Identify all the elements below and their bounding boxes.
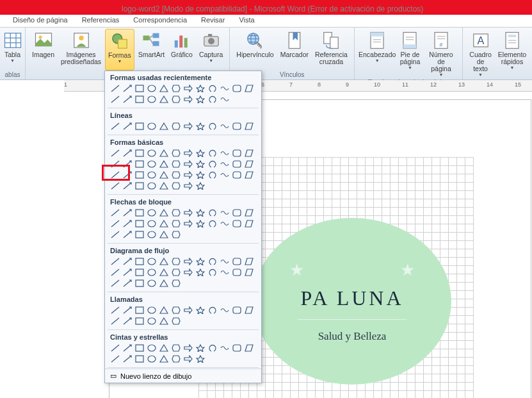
picture-button[interactable]: Imagen (29, 29, 57, 70)
tab-mailings[interactable]: Correspondencia (127, 15, 193, 27)
flow-shape-7[interactable] (194, 256, 206, 267)
flow-shape-9[interactable] (218, 256, 230, 267)
line-shape-2[interactable] (133, 120, 145, 131)
flow-shape-3[interactable] (145, 256, 157, 267)
recent-shape-8[interactable] (206, 83, 218, 94)
arrow-shape-15[interactable] (145, 218, 157, 229)
star-shape-17[interactable] (170, 353, 182, 364)
chart-button[interactable]: Gráfico (168, 29, 195, 70)
recent-shape-2[interactable] (133, 83, 145, 94)
star-shape-18[interactable] (182, 353, 194, 364)
arrow-shape-19[interactable] (194, 218, 206, 229)
star-shape-10[interactable] (230, 342, 243, 353)
basic-shape-11[interactable] (243, 147, 255, 158)
callout-shape-0[interactable] (109, 304, 121, 315)
basic-shape-18[interactable] (182, 158, 194, 169)
logo-oval-shape[interactable]: ★ ★ PA LUNA Salud y Belleza (253, 218, 451, 385)
basic-shape-15[interactable] (145, 158, 157, 169)
arrow-shape-25[interactable] (121, 229, 133, 240)
arrow-shape-12[interactable] (109, 218, 121, 229)
basic-shape-23[interactable] (243, 158, 255, 169)
arrow-shape-23[interactable] (243, 218, 255, 229)
arrow-shape-3[interactable] (145, 207, 157, 218)
line-shape-9[interactable] (218, 120, 230, 131)
textbox-button[interactable]: A Cuadro de texto ▼ (467, 29, 495, 78)
table-button[interactable]: Tabla ▼ (0, 29, 26, 70)
basic-shape-8[interactable] (206, 147, 218, 158)
star-shape-16[interactable] (157, 353, 170, 364)
basic-shape-39[interactable] (145, 180, 157, 191)
flow-shape-21[interactable] (218, 267, 230, 278)
basic-shape-38[interactable] (133, 180, 145, 191)
recent-shape-19[interactable] (194, 94, 206, 104)
line-shape-3[interactable] (145, 120, 157, 131)
star-shape-3[interactable] (145, 342, 157, 353)
basic-shape-41[interactable] (170, 180, 182, 191)
recent-shape-20[interactable] (206, 94, 218, 104)
star-shape-1[interactable] (121, 342, 133, 353)
basic-shape-4[interactable] (157, 147, 170, 158)
arrow-shape-16[interactable] (157, 218, 170, 229)
flow-shape-12[interactable] (109, 267, 121, 278)
basic-shape-31[interactable] (194, 169, 206, 180)
callout-shape-13[interactable] (121, 315, 133, 326)
recent-shape-16[interactable] (157, 94, 170, 104)
basic-shape-30[interactable] (182, 169, 194, 180)
arrow-shape-6[interactable] (182, 207, 194, 218)
arrow-shape-17[interactable] (170, 218, 182, 229)
callout-shape-9[interactable] (218, 304, 230, 315)
tab-references[interactable]: Referencias (76, 15, 126, 27)
flow-shape-16[interactable] (157, 267, 170, 278)
callout-shape-15[interactable] (145, 315, 157, 326)
flow-shape-17[interactable] (170, 267, 182, 278)
star-shape-5[interactable] (170, 342, 182, 353)
star-shape-13[interactable] (121, 353, 133, 364)
callout-shape-4[interactable] (157, 304, 170, 315)
line-shape-6[interactable] (182, 120, 194, 131)
line-shape-0[interactable] (109, 120, 121, 131)
line-shape-1[interactable] (121, 120, 133, 131)
recent-shape-21[interactable] (218, 94, 230, 104)
arrow-shape-8[interactable] (206, 207, 218, 218)
basic-shape-3[interactable] (145, 147, 157, 158)
basic-shape-26[interactable] (133, 169, 145, 180)
recent-shape-6[interactable] (182, 83, 194, 94)
star-shape-4[interactable] (157, 342, 170, 353)
flow-shape-15[interactable] (145, 267, 157, 278)
arrow-shape-11[interactable] (243, 207, 255, 218)
recent-shape-13[interactable] (121, 94, 133, 104)
line-shape-10[interactable] (230, 120, 243, 131)
basic-shape-14[interactable] (133, 158, 145, 169)
recent-shape-4[interactable] (157, 83, 170, 94)
arrow-shape-22[interactable] (230, 218, 243, 229)
shapes-button[interactable]: Formas ▼ (105, 29, 134, 70)
arrow-shape-14[interactable] (133, 218, 145, 229)
basic-shape-13[interactable] (121, 158, 133, 169)
flow-shape-14[interactable] (133, 267, 145, 278)
flow-shape-24[interactable] (109, 278, 121, 288)
star-shape-7[interactable] (194, 342, 206, 353)
flow-shape-26[interactable] (133, 278, 145, 288)
pagenumber-button[interactable]: # Número de página ▼ (424, 29, 458, 78)
flow-shape-29[interactable] (170, 278, 182, 288)
arrow-shape-4[interactable] (157, 207, 170, 218)
star-shape-14[interactable] (133, 353, 145, 364)
recent-shape-14[interactable] (133, 94, 145, 104)
basic-shape-20[interactable] (206, 158, 218, 169)
recent-shape-10[interactable] (230, 83, 243, 94)
basic-shape-6[interactable] (182, 147, 194, 158)
header-button[interactable]: Encabezado ▼ (359, 29, 396, 78)
hyperlink-button[interactable]: Hipervínculo (234, 29, 276, 70)
flow-shape-27[interactable] (145, 278, 157, 288)
arrow-shape-20[interactable] (206, 218, 218, 229)
callout-shape-10[interactable] (230, 304, 243, 315)
screenshot-button[interactable]: Captura ▼ (197, 29, 225, 70)
flow-shape-19[interactable] (194, 267, 206, 278)
recent-shape-18[interactable] (182, 94, 194, 104)
basic-shape-34[interactable] (230, 169, 243, 180)
recent-shape-0[interactable] (109, 83, 121, 94)
basic-shape-10[interactable] (230, 147, 243, 158)
flow-shape-5[interactable] (170, 256, 182, 267)
callout-shape-16[interactable] (157, 315, 170, 326)
recent-shape-3[interactable] (145, 83, 157, 94)
